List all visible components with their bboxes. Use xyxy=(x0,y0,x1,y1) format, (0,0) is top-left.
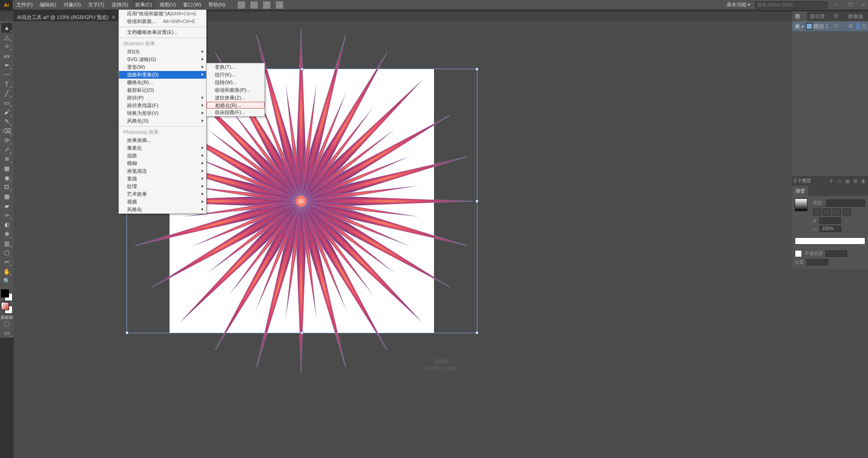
menu-file[interactable]: 文件(F) xyxy=(13,0,36,9)
menu-gallery[interactable]: 效果画廊... xyxy=(119,137,206,144)
pencil-tool[interactable]: ✎ xyxy=(1,117,12,126)
color-mode-icons[interactable] xyxy=(0,316,13,319)
pen-tool[interactable]: ✒ xyxy=(1,61,12,70)
curvature-tool[interactable]: 〰 xyxy=(1,70,12,80)
gradient-tool[interactable]: ▰ xyxy=(1,201,12,211)
new-layer-icon[interactable]: ⊞ xyxy=(853,179,858,184)
menu-pixelate[interactable]: 像素化 xyxy=(119,144,206,152)
workspace-selector[interactable]: 基本功能▾ xyxy=(726,1,750,8)
layer-row[interactable]: 👁 ▸ 图层 1 ◯ xyxy=(792,21,868,31)
menu-3d[interactable]: 3D(3) xyxy=(119,48,206,56)
submenu-free-distort[interactable]: 自由扭曲(F)... xyxy=(207,109,264,116)
window-restore[interactable]: ❐ xyxy=(845,2,854,8)
delete-icon[interactable]: 🗑 xyxy=(861,179,866,184)
tab-image-trace[interactable]: 图像描摹 xyxy=(845,11,868,21)
tab-pathfinder[interactable]: 路径查找 xyxy=(807,11,830,21)
window-minimize[interactable]: ─ xyxy=(832,2,841,8)
sel-handle[interactable] xyxy=(476,200,478,203)
menu-select[interactable]: 选择(S) xyxy=(108,0,132,9)
stop-color-swatch[interactable] xyxy=(795,250,802,257)
menu-rasterize[interactable]: 栅格化(R)... xyxy=(119,79,206,86)
direct-selection-tool[interactable]: △ xyxy=(1,33,12,42)
gradient-angle-input[interactable] xyxy=(819,217,841,224)
eraser-tool[interactable]: ⌫ xyxy=(1,126,12,136)
zoom-tool[interactable]: 🔍 xyxy=(1,276,12,286)
sel-handle[interactable] xyxy=(301,68,303,71)
gradient-type-select[interactable] xyxy=(826,199,865,207)
menu-last-effect[interactable]: 收缩和膨胀...Alt+Shift+Ctrl+E xyxy=(119,18,206,25)
visibility-icon[interactable]: 👁 xyxy=(794,24,800,29)
artboard-tool[interactable]: ▢ xyxy=(1,248,12,258)
menu-raster-settings[interactable]: 文档栅格效果设置(E)... xyxy=(119,28,206,36)
submenu-shrink[interactable]: 收缩和膨胀(P)... xyxy=(207,86,264,94)
tab-gradient[interactable]: 渐变 xyxy=(792,186,808,196)
sel-handle[interactable] xyxy=(476,331,478,334)
menu-pathfinder[interactable]: 路径查找器(F) xyxy=(119,102,206,109)
menu-convert-shape[interactable]: 转换为形状(V) xyxy=(119,109,206,117)
grad-align-btn[interactable] xyxy=(843,208,851,216)
tab-chars[interactable]: 字符 xyxy=(830,11,845,21)
gradient-aspect-input[interactable]: 100% xyxy=(820,226,841,232)
submenu-pucker[interactable]: 扭拧(K)... xyxy=(207,71,264,79)
screen-mode[interactable]: ▭ xyxy=(1,328,12,338)
slice-tool[interactable]: ✂ xyxy=(1,257,12,267)
mesh-tool[interactable]: ▦ xyxy=(1,192,12,201)
line-tool[interactable]: ╱ xyxy=(1,89,12,98)
hand-tool[interactable]: ✋ xyxy=(1,267,12,276)
menu-svg[interactable]: SVG 滤镜(G) xyxy=(119,56,206,63)
layer-name[interactable]: 图层 1 xyxy=(814,23,828,30)
menu-brush[interactable]: 画笔描边 xyxy=(119,167,206,175)
blend-tool[interactable]: ◐ xyxy=(1,220,12,229)
shape-builder-tool[interactable]: ◉ xyxy=(1,173,12,183)
type-tool[interactable]: T xyxy=(1,79,12,89)
menu-artistic[interactable]: 艺术效果 xyxy=(119,190,206,198)
bridge-icon[interactable] xyxy=(238,1,245,9)
tab-layers[interactable]: 图层 xyxy=(792,11,807,21)
submenu-zigzag[interactable]: 波纹效果(Z)... xyxy=(207,94,264,102)
lasso-tool[interactable]: ᔕ xyxy=(1,51,12,61)
gradient-swatch[interactable] xyxy=(1,302,13,314)
menu-apply-last[interactable]: 应用"收缩和膨胀"(A)Shift+Ctrl+E xyxy=(119,10,206,18)
clip-icon[interactable]: ▭ xyxy=(836,179,842,184)
menu-view[interactable]: 视图(V) xyxy=(156,0,180,9)
magic-wand-tool[interactable]: ✧ xyxy=(1,42,12,51)
expand-icon[interactable]: ▸ xyxy=(802,24,804,28)
menu-effect[interactable]: 效果(C) xyxy=(132,0,156,9)
rotate-tool[interactable]: ⟳ xyxy=(1,136,12,145)
menu-stylize[interactable]: 风格化(S) xyxy=(119,117,206,125)
layer-target-icon[interactable] xyxy=(856,23,860,29)
sel-handle[interactable] xyxy=(126,331,128,334)
menu-crop-marks[interactable]: 裁剪标记(O) xyxy=(119,86,206,94)
perspective-tool[interactable]: ⛋ xyxy=(1,182,12,192)
menu-type[interactable]: 文字(T) xyxy=(85,0,108,9)
stop-opacity-input[interactable] xyxy=(826,250,847,257)
stop-position-input[interactable] xyxy=(807,259,828,265)
menu-distort2[interactable]: 扭曲 xyxy=(119,152,206,160)
sel-handle[interactable] xyxy=(476,68,478,71)
scale-tool[interactable]: ⤢ xyxy=(1,145,12,155)
rectangle-tool[interactable]: ▭ xyxy=(1,98,12,108)
menu-help[interactable]: 帮助(H) xyxy=(205,0,229,9)
submenu-roughen[interactable]: 粗糙化(R)... xyxy=(207,102,264,109)
symbol-sprayer-tool[interactable]: ❋ xyxy=(1,229,12,239)
menu-edit[interactable]: 编辑(E) xyxy=(36,0,60,9)
grad-align-btn[interactable] xyxy=(813,208,821,216)
grad-align-btn[interactable] xyxy=(823,208,831,216)
menu-path[interactable]: 路径(P) xyxy=(119,94,206,102)
fill-stroke-swatch[interactable] xyxy=(1,289,13,301)
arrange-icon[interactable] xyxy=(263,1,270,9)
paintbrush-tool[interactable]: 🖌 xyxy=(1,108,12,117)
window-close[interactable]: ✕ xyxy=(859,2,868,8)
sel-handle[interactable] xyxy=(301,331,303,334)
search-input[interactable] xyxy=(755,1,827,9)
menu-texture[interactable]: 纹理 xyxy=(119,183,206,190)
menu-stylize2[interactable]: 风格化 xyxy=(119,206,206,213)
graph-tool[interactable]: ▥ xyxy=(1,239,12,248)
gradient-preview[interactable] xyxy=(795,198,807,211)
grad-align-btn[interactable] xyxy=(833,208,841,216)
gradient-ramp[interactable] xyxy=(795,237,865,245)
menu-sketch[interactable]: 素描 xyxy=(119,175,206,183)
draw-modes[interactable]: ⬚ xyxy=(1,319,12,329)
sublayer-icon[interactable]: ▤ xyxy=(844,179,850,184)
submenu-twist[interactable]: 扭转(W)... xyxy=(207,79,264,86)
